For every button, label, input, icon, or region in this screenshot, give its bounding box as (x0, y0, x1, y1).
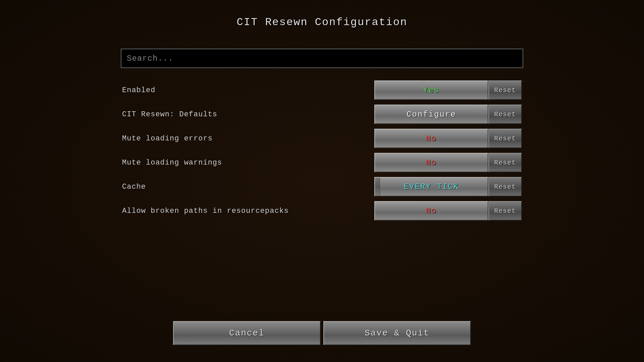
page-title: CIT Resewn Configuration (237, 16, 408, 28)
setting-row-enabled: EnabledYesReset (121, 78, 523, 102)
value-text-allow-broken-paths: No (426, 206, 437, 216)
cancel-button[interactable]: Cancel (173, 321, 321, 345)
setting-label-cit-resewn-defaults: CIT Resewn: Defaults (122, 110, 217, 119)
value-button-mute-loading-warnings[interactable]: No (374, 153, 488, 172)
search-container (121, 49, 523, 68)
reset-button-mute-loading-warnings[interactable]: Reset (488, 153, 522, 172)
reset-button-cache[interactable]: Reset (488, 177, 522, 196)
value-text-cache: EVERY TICK (404, 182, 459, 191)
value-text-mute-loading-errors: No (426, 134, 437, 143)
setting-label-enabled: Enabled (122, 86, 155, 95)
value-button-cit-resewn-defaults[interactable]: Configure (374, 105, 488, 124)
reset-button-enabled[interactable]: Reset (488, 80, 522, 100)
footer: Cancel Save & Quit (0, 321, 644, 362)
setting-label-mute-loading-errors: Mute loading errors (122, 134, 213, 143)
setting-label-cache: Cache (122, 183, 146, 191)
reset-button-mute-loading-errors[interactable]: Reset (488, 129, 522, 148)
setting-controls-enabled: YesReset (374, 80, 522, 100)
setting-controls-cit-resewn-defaults: ConfigureReset (374, 105, 522, 124)
page-container: CIT Resewn Configuration EnabledYesReset… (0, 0, 644, 362)
setting-row-allow-broken-paths: Allow broken paths in resourcepacksNoRes… (121, 199, 523, 223)
setting-label-mute-loading-warnings: Mute loading warnings (122, 159, 222, 167)
setting-controls-mute-loading-errors: NoReset (374, 129, 522, 148)
setting-row-mute-loading-errors: Mute loading errorsNoReset (121, 126, 523, 150)
setting-row-mute-loading-warnings: Mute loading warningsNoReset (121, 150, 523, 175)
settings-list: EnabledYesResetCIT Resewn: DefaultsConfi… (121, 78, 523, 223)
value-text-enabled: Yes (423, 86, 439, 95)
setting-controls-allow-broken-paths: NoReset (374, 201, 522, 221)
value-button-enabled[interactable]: Yes (374, 80, 488, 100)
setting-controls-mute-loading-warnings: NoReset (374, 153, 522, 172)
setting-label-allow-broken-paths: Allow broken paths in resourcepacks (122, 207, 289, 215)
search-input[interactable] (121, 49, 523, 68)
value-button-allow-broken-paths[interactable]: No (374, 201, 488, 221)
content-area: EnabledYesResetCIT Resewn: DefaultsConfi… (121, 49, 523, 321)
setting-controls-cache: EVERY TICKReset (374, 177, 522, 196)
reset-button-allow-broken-paths[interactable]: Reset (488, 201, 522, 221)
reset-button-cit-resewn-defaults[interactable]: Reset (488, 105, 522, 124)
setting-row-cache: CacheEVERY TICKReset (121, 175, 523, 199)
value-text-cit-resewn-defaults: Configure (407, 110, 456, 119)
value-button-cache[interactable]: EVERY TICK (374, 177, 488, 196)
value-text-mute-loading-warnings: No (426, 158, 437, 167)
value-button-mute-loading-errors[interactable]: No (374, 129, 488, 148)
save-quit-button[interactable]: Save & Quit (323, 321, 471, 345)
setting-row-cit-resewn-defaults: CIT Resewn: DefaultsConfigureReset (121, 102, 523, 126)
